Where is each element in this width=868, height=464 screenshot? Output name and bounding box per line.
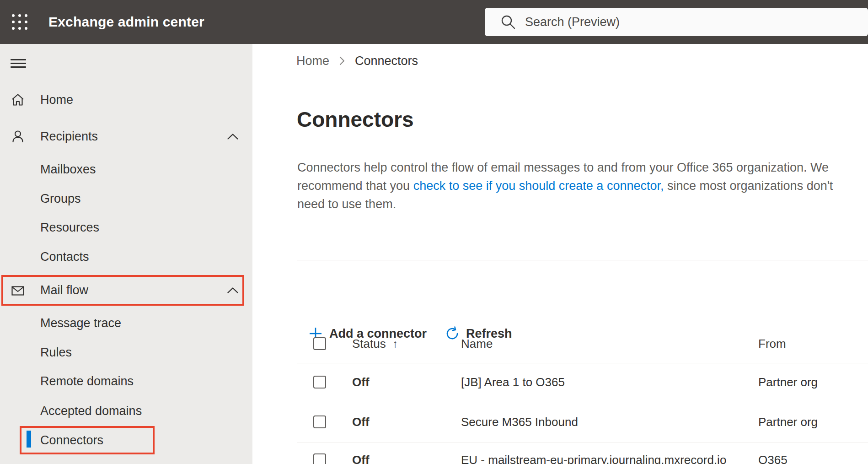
row-divider (297, 442, 868, 442)
sidebar-item-label: Recipients (40, 129, 98, 144)
sidebar-item-groups[interactable]: Groups (0, 186, 252, 211)
sidebar-item-home[interactable]: Home (0, 87, 252, 113)
row-divider (297, 402, 868, 402)
sidebar-item-label: Accepted domains (40, 404, 142, 418)
sidebar-item-rules[interactable]: Rules (0, 340, 252, 365)
select-all-checkbox[interactable] (313, 337, 326, 350)
column-header-status[interactable]: Status ↑ (352, 336, 398, 351)
row-from: Partner org (758, 375, 818, 389)
sidebar-item-mailboxes[interactable]: Mailboxes (0, 156, 252, 182)
row-from: Partner org (758, 415, 818, 429)
row-status: Off (352, 415, 370, 429)
row-name-link[interactable]: Secure M365 Inbound (461, 415, 578, 429)
toolbar-divider (297, 260, 868, 260)
sidebar-item-label: Groups (40, 192, 81, 206)
left-navigation: Home Recipients Mailboxes Groups Resourc… (0, 44, 252, 464)
breadcrumb-current: Connectors (355, 54, 418, 68)
main-content: Home Connectors Connectors Connectors he… (252, 44, 868, 464)
sidebar-item-label: Resources (40, 221, 99, 235)
sidebar-item-mail-flow[interactable]: Mail flow (0, 277, 252, 303)
exchange-admin-center-window: Exchange admin center Home Recipients (0, 0, 868, 464)
chevron-right-icon (339, 56, 345, 65)
column-header-from[interactable]: From (758, 336, 786, 351)
row-name-link[interactable]: [JB] Area 1 to O365 (461, 375, 565, 389)
sidebar-item-accepted-domains[interactable]: Accepted domains (0, 398, 252, 424)
page-description: Connectors help control the flow of emai… (297, 158, 853, 213)
chevron-up-icon[interactable] (227, 286, 239, 294)
top-app-bar: Exchange admin center (0, 0, 868, 44)
refresh-icon (445, 326, 460, 341)
sidebar-item-label: Connectors (40, 433, 103, 448)
sidebar-item-contacts[interactable]: Contacts (0, 244, 252, 270)
search-icon (500, 14, 516, 30)
breadcrumb-home-link[interactable]: Home (296, 54, 329, 68)
selected-item-indicator (27, 431, 31, 448)
column-header-name-label: Name (461, 336, 493, 351)
row-status: Off (352, 453, 370, 464)
page-title: Connectors (297, 107, 414, 132)
row-status: Off (352, 375, 370, 389)
sidebar-item-label: Remote domains (40, 374, 134, 388)
home-icon (11, 93, 25, 107)
row-checkbox[interactable] (313, 453, 326, 464)
sidebar-item-message-trace[interactable]: Message trace (0, 310, 252, 336)
sidebar-item-label: Home (40, 93, 73, 107)
search-input[interactable] (525, 8, 863, 36)
row-name-link[interactable]: EU - mailstream-eu-primary.journaling.mx… (461, 453, 726, 464)
column-header-name[interactable]: Name (461, 336, 493, 351)
sidebar-item-recipients[interactable]: Recipients (0, 124, 252, 149)
sidebar-item-remote-domains[interactable]: Remote domains (0, 368, 252, 394)
person-icon (11, 129, 25, 143)
row-checkbox[interactable] (313, 415, 326, 428)
header-divider (297, 363, 868, 363)
sidebar-item-connectors[interactable]: Connectors (0, 427, 252, 453)
sidebar-item-label: Message trace (40, 316, 121, 330)
sidebar-item-resources[interactable]: Resources (0, 215, 252, 240)
sidebar-item-label: Mail flow (40, 283, 88, 297)
column-header-from-label: From (758, 336, 786, 351)
row-from: O365 (758, 453, 788, 464)
app-launcher-icon[interactable] (10, 13, 29, 31)
sidebar-item-label: Rules (40, 345, 72, 360)
breadcrumb: Home Connectors (296, 54, 418, 68)
hamburger-menu-icon[interactable] (11, 59, 26, 68)
column-header-status-label: Status (352, 336, 386, 351)
sidebar-item-label: Mailboxes (40, 162, 96, 177)
app-title: Exchange admin center (48, 0, 204, 44)
create-connector-check-link[interactable]: check to see if you should create a conn… (413, 179, 664, 193)
mail-icon (11, 284, 25, 298)
global-search (485, 8, 868, 36)
sort-ascending-icon: ↑ (392, 336, 398, 351)
chevron-up-icon[interactable] (227, 133, 239, 140)
sidebar-item-label: Contacts (40, 250, 89, 264)
row-checkbox[interactable] (313, 376, 326, 388)
